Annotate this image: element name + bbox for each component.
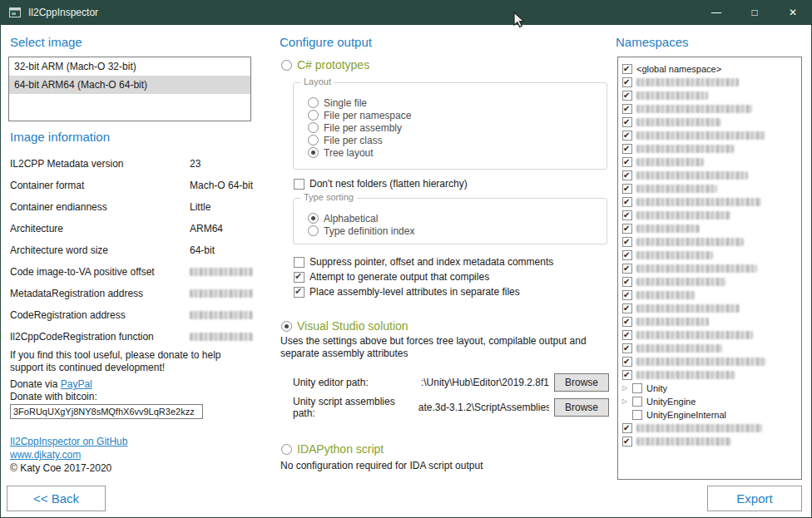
back-button[interactable]: << Back — [7, 486, 106, 511]
output-checkbox[interactable] — [294, 272, 304, 283]
visual-studio-radio-row[interactable]: Visual Studio solution — [281, 319, 408, 333]
namespace-item[interactable] — [622, 368, 798, 382]
layout-option-row[interactable]: Tree layout — [308, 146, 602, 159]
namespace-item[interactable] — [622, 129, 798, 142]
namespace-checkbox[interactable] — [622, 437, 632, 446]
namespace-checkbox[interactable] — [622, 290, 632, 300]
namespace-item[interactable] — [622, 302, 798, 315]
expander-icon[interactable]: ▷ — [622, 383, 632, 393]
github-link[interactable]: Il2CppInspector on GitHub — [10, 436, 127, 447]
namespace-item[interactable] — [622, 89, 798, 102]
namespace-checkbox[interactable] — [622, 264, 632, 274]
layout-option-radio[interactable] — [308, 97, 319, 108]
unity-editor-browse-button[interactable]: Browse — [554, 373, 609, 392]
paypal-link[interactable]: PayPal — [61, 378, 92, 390]
flatten-checkbox-row[interactable]: Don't nest folders (flatten hierarchy) — [294, 178, 468, 190]
namespace-checkbox[interactable] — [622, 104, 632, 114]
namespace-checkbox[interactable] — [622, 117, 632, 127]
output-checkbox-row[interactable]: Suppress pointer, offset and index metad… — [294, 254, 610, 269]
namespace-item[interactable] — [622, 435, 798, 448]
namespace-item[interactable] — [622, 342, 798, 355]
csharp-prototypes-radio-row[interactable]: C# prototypes — [281, 58, 369, 72]
namespace-checkbox[interactable] — [622, 131, 632, 141]
namespace-checkbox[interactable] — [622, 357, 632, 367]
expander-icon[interactable]: ▷ — [622, 397, 632, 407]
namespace-item[interactable] — [622, 169, 798, 182]
namespace-checkbox[interactable] — [622, 184, 632, 194]
namespace-item[interactable] — [622, 422, 798, 435]
layout-option-radio[interactable] — [308, 147, 319, 158]
namespace-checkbox[interactable] — [622, 250, 632, 260]
namespace-item[interactable] — [622, 76, 798, 89]
namespace-item[interactable] — [622, 289, 798, 302]
layout-option-row[interactable]: File per class — [308, 134, 602, 146]
output-checkbox[interactable] — [294, 287, 304, 298]
unity-script-browse-button[interactable]: Browse — [554, 398, 609, 417]
namespace-item[interactable] — [622, 275, 798, 289]
namespace-item[interactable] — [622, 182, 798, 195]
type-sorting-option-row[interactable]: Type definition index — [308, 224, 602, 237]
output-checkbox-row[interactable]: Attempt to generate output that compiles — [294, 269, 610, 284]
namespace-item[interactable] — [622, 195, 798, 209]
namespace-item[interactable]: <global namespace> — [622, 62, 798, 76]
idapython-radio[interactable] — [281, 444, 292, 455]
namespace-item[interactable] — [622, 102, 798, 116]
namespace-item[interactable] — [622, 116, 798, 129]
image-list-item[interactable]: 64-bit ARM64 (Mach-O 64-bit) — [9, 76, 250, 94]
idapython-radio-row[interactable]: IDAPython script — [281, 442, 384, 456]
bitcoin-address-input[interactable] — [10, 404, 203, 419]
namespace-item[interactable] — [622, 262, 798, 275]
namespace-checkbox[interactable] — [622, 197, 632, 207]
namespace-checkbox[interactable] — [622, 330, 632, 340]
layout-option-radio[interactable] — [308, 135, 319, 146]
namespace-checkbox[interactable] — [632, 383, 642, 393]
output-checkbox-row[interactable]: Place assembly-level attributes in separ… — [294, 284, 610, 299]
namespace-item[interactable] — [622, 328, 798, 342]
namespace-item[interactable] — [622, 315, 798, 328]
website-link[interactable]: www.djkaty.com — [10, 449, 81, 461]
namespace-checkbox[interactable] — [632, 410, 642, 420]
namespace-item[interactable] — [622, 235, 798, 249]
namespace-checkbox[interactable] — [622, 343, 632, 353]
layout-option-row[interactable]: File per namespace — [308, 109, 602, 121]
namespace-checkbox[interactable] — [622, 91, 632, 101]
layout-option-row[interactable]: File per assembly — [308, 121, 602, 134]
image-list-item[interactable]: 32-bit ARM (Mach-O 32-bit) — [9, 57, 250, 76]
maximize-button[interactable]: □ — [735, 0, 774, 25]
namespaces-tree[interactable]: <global namespace>▷Unity▷UnityEngineUnit… — [617, 57, 802, 480]
namespace-item[interactable] — [622, 355, 798, 368]
visual-studio-radio[interactable] — [281, 321, 292, 332]
namespace-checkbox[interactable] — [632, 397, 642, 407]
namespace-item[interactable] — [622, 222, 798, 235]
namespace-checkbox[interactable] — [622, 224, 632, 234]
namespace-item[interactable] — [622, 249, 798, 262]
output-checkbox[interactable] — [294, 257, 304, 268]
namespace-checkbox[interactable] — [622, 303, 632, 313]
namespace-item[interactable]: UnityEngineInternal — [622, 408, 798, 422]
namespace-checkbox[interactable] — [622, 317, 632, 327]
type-sorting-option-row[interactable]: Alphabetical — [308, 212, 602, 224]
namespace-checkbox[interactable] — [622, 64, 632, 74]
minimize-button[interactable]: — — [697, 0, 735, 25]
csharp-prototypes-radio[interactable] — [281, 60, 292, 71]
namespace-item[interactable]: ▷Unity — [622, 382, 798, 395]
type-sorting-option-radio[interactable] — [308, 213, 319, 224]
layout-option-radio[interactable] — [308, 110, 319, 121]
namespace-checkbox[interactable] — [622, 277, 632, 287]
namespace-checkbox[interactable] — [622, 144, 632, 154]
layout-option-row[interactable]: Single file — [308, 96, 602, 109]
layout-option-radio[interactable] — [308, 122, 319, 133]
namespace-item[interactable] — [622, 142, 798, 155]
namespace-checkbox[interactable] — [622, 77, 632, 87]
type-sorting-option-radio[interactable] — [308, 225, 319, 236]
flatten-checkbox[interactable] — [294, 179, 304, 190]
namespace-item[interactable] — [622, 209, 798, 222]
namespace-item[interactable] — [622, 155, 798, 169]
namespace-item[interactable]: ▷UnityEngine — [622, 395, 798, 408]
close-button[interactable]: ✕ — [774, 0, 812, 25]
namespace-checkbox[interactable] — [622, 157, 632, 167]
export-button[interactable]: Export — [707, 486, 802, 511]
namespace-checkbox[interactable] — [622, 210, 632, 220]
namespace-checkbox[interactable] — [622, 237, 632, 247]
namespace-checkbox[interactable] — [622, 423, 632, 433]
